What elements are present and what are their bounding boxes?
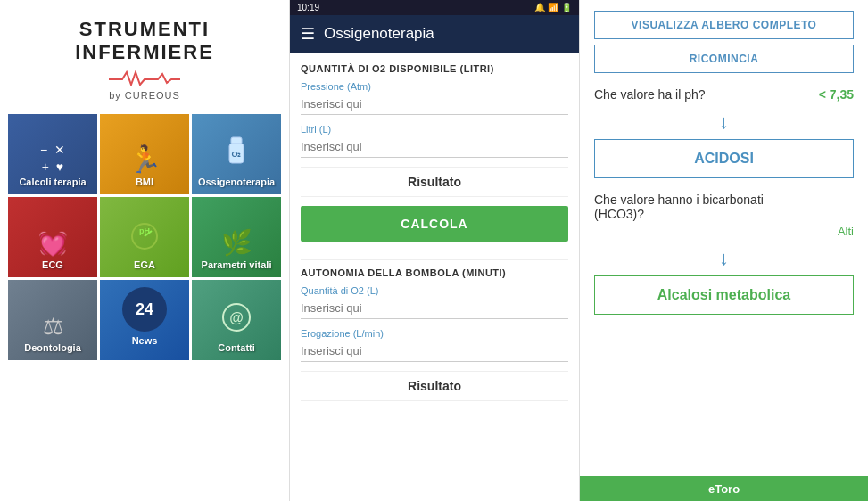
tile-parametri-vitali[interactable]: 🌿 Parametri vitali [192, 197, 281, 277]
risultato2-label: Risultato [301, 371, 568, 401]
phone-topbar: ☰ Ossigenoterapia [290, 15, 579, 53]
question2-text: Che valore hanno i bicarbonati (HCO3)? [594, 193, 764, 221]
litri-input[interactable] [301, 136, 568, 158]
ecg-icon: 💓 [38, 230, 67, 258]
tile-ossigeno-label: Ossigenoterapia [198, 177, 275, 187]
tile-ecg[interactable]: 💓 ECG [8, 197, 97, 277]
middle-panel: 10:19 🔔 📶 🔋 ☰ Ossigenoterapia QUANTITÀ D… [290, 0, 580, 501]
app-grid: − ✕+ ♥ Calcoli terapia 🏃 BMI O₂ Ossigeno… [8, 114, 281, 360]
tile-deontologia[interactable]: ⚖ Deontologia [8, 280, 97, 360]
tile-contatti[interactable]: @ Contatti [192, 280, 281, 360]
news-inner: 24 News [100, 280, 189, 353]
tile-contatti-label: Contatti [218, 342, 255, 353]
erogazione-input[interactable] [301, 341, 568, 362]
field4-label: Erogazione (L/min) [301, 328, 568, 339]
bmi-icon: 🏃 [128, 144, 161, 175]
field2-label: Litri (L) [301, 124, 568, 135]
tile-news-label: News [132, 335, 158, 346]
tile-deontologia-label: Deontologia [24, 342, 81, 353]
svg-text:@: @ [229, 310, 244, 325]
tile-calcoli-terapia[interactable]: − ✕+ ♥ Calcoli terapia [8, 114, 97, 194]
answer2-tag: Alti [594, 225, 854, 238]
at-sign-icon: @ [220, 301, 252, 333]
news-circle: 24 [122, 287, 167, 332]
svg-text:O₂: O₂ [231, 150, 241, 159]
tile-ega-label: EGA [134, 259, 155, 270]
left-panel: STRUMENTI INFERMIERE by CUREOUS − ✕+ ♥ C… [0, 0, 290, 501]
parametri-icon: 🌿 [221, 228, 252, 258]
result-box-acidosi[interactable]: ACIDOSI [594, 139, 854, 178]
tile-calcoli-label: Calcoli terapia [19, 177, 86, 187]
logo-subtitle: by CUREOUS [75, 90, 214, 101]
tile-ega[interactable]: pH EGA [100, 197, 189, 277]
risultato1-label: Risultato [301, 167, 568, 197]
logo-title-line1: STRUMENTI INFERMIERE [75, 18, 214, 65]
tile-parametri-label: Parametri vitali [202, 259, 272, 270]
divider1 [301, 259, 568, 260]
bottom-green-bar: eToro [580, 476, 868, 501]
question2-row: Che valore hanno i bicarbonati (HCO3)? [594, 193, 854, 221]
answer1-tag: < 7,35 [819, 87, 854, 102]
ph-gauge-icon: pH [128, 218, 161, 250]
section2-header: AUTONOMIA DELLA BOMBOLA (MINUTI) [301, 267, 568, 278]
ossigeno-icon: O₂ [220, 136, 252, 175]
ecg-line-icon [109, 69, 180, 86]
arrow-down-icon-2: ↓ [594, 247, 854, 270]
question1-row: Che valore ha il ph? < 7,35 [594, 87, 854, 102]
pressione-input[interactable] [301, 94, 568, 115]
tile-bmi[interactable]: 🏃 BMI [100, 114, 189, 194]
tile-news[interactable]: 24 News [100, 280, 189, 360]
right-panel: VISUALIZZA ALBERO COMPLETO RICOMINCIA Ch… [580, 0, 868, 501]
hamburger-menu-icon[interactable]: ☰ [301, 24, 315, 44]
news-number: 24 [136, 301, 153, 317]
visualizza-albero-button[interactable]: VISUALIZZA ALBERO COMPLETO [594, 11, 854, 39]
statusbar-icons: 🔔 📶 🔋 [534, 3, 572, 12]
ega-icon: pH [128, 218, 161, 258]
result-box-alcalosi[interactable]: Alcalosi metabolica [594, 275, 854, 315]
heartline-area [75, 69, 214, 86]
arrow-down-icon-1: ↓ [594, 111, 854, 134]
right-button-row: VISUALIZZA ALBERO COMPLETO RICOMINCIA [594, 11, 854, 73]
tile-ecg-label: ECG [42, 259, 63, 270]
phone-content-area: QUANTITÀ DI O2 DISPONIBILE (LITRI) Press… [290, 53, 579, 501]
phone-screen-title: Ossigenoterapia [324, 25, 434, 43]
statusbar-time: 10:19 [297, 3, 319, 12]
contatti-icon: @ [220, 301, 252, 341]
question1-text: Che valore ha il ph? [594, 87, 706, 102]
calcola-button[interactable]: CALCOLA [301, 206, 568, 242]
oxygen-icon: O₂ [220, 136, 252, 168]
section1-header: QUANTITÀ DI O2 DISPONIBILE (LITRI) [301, 63, 568, 74]
ricomincia-button[interactable]: RICOMINCIA [594, 45, 854, 73]
calcoli-icon: − ✕+ ♥ [40, 142, 65, 174]
tile-bmi-label: BMI [136, 177, 153, 187]
logo-area: STRUMENTI INFERMIERE by CUREOUS [57, 9, 232, 105]
field1-label: Pressione (Atm) [301, 81, 568, 92]
phone-statusbar: 10:19 🔔 📶 🔋 [290, 0, 579, 15]
deontologia-icon: ⚖ [43, 313, 63, 341]
tile-ossigenoterapia[interactable]: O₂ Ossigenoterapia [192, 114, 281, 194]
field3-label: Quantità di O2 (L) [301, 285, 568, 296]
quantita-o2-input[interactable] [301, 298, 568, 319]
bottom-bar-label: eToro [708, 482, 740, 496]
